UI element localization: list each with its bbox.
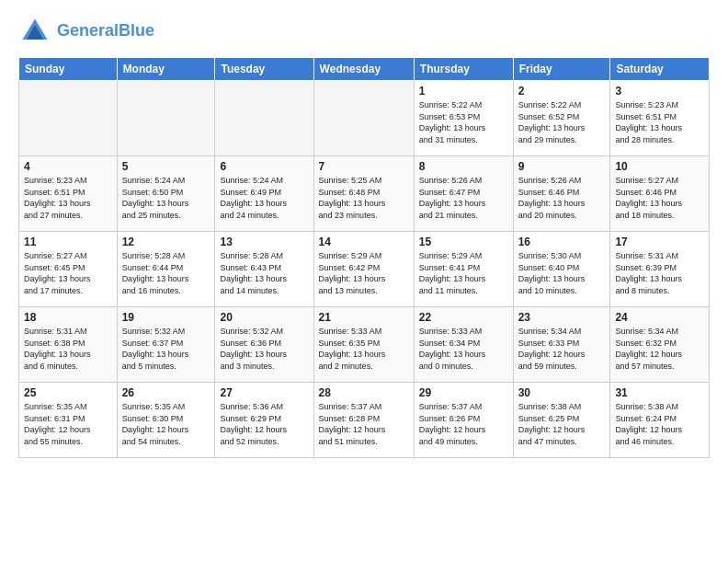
day-number: 19	[122, 311, 210, 324]
calendar-day: 7Sunrise: 5:25 AM Sunset: 6:48 PM Daylig…	[313, 156, 414, 232]
calendar-day	[215, 81, 313, 156]
day-number: 15	[419, 236, 508, 248]
day-info: Sunrise: 5:29 AM Sunset: 6:41 PM Dayligh…	[419, 250, 508, 296]
day-number: 3	[615, 85, 704, 98]
calendar-day: 23Sunrise: 5:34 AM Sunset: 6:33 PM Dayli…	[513, 307, 610, 383]
calendar-day: 22Sunrise: 5:33 AM Sunset: 6:34 PM Dayli…	[414, 307, 513, 383]
day-number: 22	[419, 311, 508, 324]
day-info: Sunrise: 5:22 AM Sunset: 6:53 PM Dayligh…	[419, 99, 508, 145]
calendar-week: 4Sunrise: 5:23 AM Sunset: 6:51 PM Daylig…	[19, 156, 710, 232]
calendar-day: 14Sunrise: 5:29 AM Sunset: 6:42 PM Dayli…	[313, 232, 414, 307]
day-info: Sunrise: 5:27 AM Sunset: 6:45 PM Dayligh…	[24, 250, 112, 296]
calendar-body: 1Sunrise: 5:22 AM Sunset: 6:53 PM Daylig…	[19, 81, 710, 458]
weekday-header: Wednesday	[313, 58, 414, 81]
calendar-week: 18Sunrise: 5:31 AM Sunset: 6:38 PM Dayli…	[19, 307, 710, 383]
day-number: 7	[319, 160, 409, 173]
calendar-week: 1Sunrise: 5:22 AM Sunset: 6:53 PM Daylig…	[19, 81, 710, 156]
calendar-day: 11Sunrise: 5:27 AM Sunset: 6:45 PM Dayli…	[19, 232, 118, 307]
calendar-day: 17Sunrise: 5:31 AM Sunset: 6:39 PM Dayli…	[610, 232, 710, 307]
calendar-day: 3Sunrise: 5:23 AM Sunset: 6:51 PM Daylig…	[610, 81, 710, 156]
day-number: 12	[122, 236, 210, 248]
day-number: 20	[220, 311, 308, 324]
weekday-header: Friday	[513, 58, 610, 81]
logo-line1: General	[57, 21, 119, 40]
calendar-day: 27Sunrise: 5:36 AM Sunset: 6:29 PM Dayli…	[215, 383, 313, 458]
day-number: 9	[518, 160, 606, 173]
day-info: Sunrise: 5:26 AM Sunset: 6:47 PM Dayligh…	[419, 175, 508, 221]
calendar-day: 10Sunrise: 5:27 AM Sunset: 6:46 PM Dayli…	[610, 156, 710, 232]
calendar-day: 13Sunrise: 5:28 AM Sunset: 6:43 PM Dayli…	[215, 232, 313, 307]
page: GeneralBlue SundayMondayTuesdayWednesday…	[0, 0, 728, 563]
weekday-header: Sunday	[19, 58, 118, 81]
day-info: Sunrise: 5:34 AM Sunset: 6:32 PM Dayligh…	[615, 326, 704, 372]
day-number: 21	[319, 311, 409, 324]
day-number: 27	[220, 386, 308, 399]
day-info: Sunrise: 5:25 AM Sunset: 6:48 PM Dayligh…	[319, 175, 409, 221]
calendar-header: SundayMondayTuesdayWednesdayThursdayFrid…	[19, 58, 710, 81]
day-number: 2	[518, 85, 606, 98]
day-number: 24	[615, 311, 704, 324]
calendar-day: 9Sunrise: 5:26 AM Sunset: 6:46 PM Daylig…	[513, 156, 610, 232]
day-number: 11	[24, 236, 112, 248]
calendar-day: 25Sunrise: 5:35 AM Sunset: 6:31 PM Dayli…	[19, 383, 118, 458]
logo-icon	[18, 15, 51, 48]
calendar: SundayMondayTuesdayWednesdayThursdayFrid…	[18, 57, 710, 458]
day-number: 28	[319, 386, 409, 399]
day-info: Sunrise: 5:30 AM Sunset: 6:40 PM Dayligh…	[518, 250, 606, 296]
day-info: Sunrise: 5:33 AM Sunset: 6:35 PM Dayligh…	[319, 326, 409, 372]
day-info: Sunrise: 5:29 AM Sunset: 6:42 PM Dayligh…	[319, 250, 409, 296]
day-info: Sunrise: 5:31 AM Sunset: 6:38 PM Dayligh…	[24, 326, 112, 372]
day-info: Sunrise: 5:33 AM Sunset: 6:34 PM Dayligh…	[419, 326, 508, 372]
day-info: Sunrise: 5:37 AM Sunset: 6:26 PM Dayligh…	[419, 401, 508, 447]
day-number: 10	[615, 160, 704, 173]
calendar-day: 15Sunrise: 5:29 AM Sunset: 6:41 PM Dayli…	[414, 232, 513, 307]
calendar-day: 18Sunrise: 5:31 AM Sunset: 6:38 PM Dayli…	[19, 307, 118, 383]
day-number: 1	[419, 85, 508, 98]
calendar-day: 29Sunrise: 5:37 AM Sunset: 6:26 PM Dayli…	[414, 383, 513, 458]
day-number: 26	[122, 386, 210, 399]
day-number: 16	[518, 236, 606, 248]
day-number: 31	[615, 386, 704, 399]
day-info: Sunrise: 5:24 AM Sunset: 6:50 PM Dayligh…	[122, 175, 210, 221]
day-info: Sunrise: 5:27 AM Sunset: 6:46 PM Dayligh…	[615, 175, 704, 221]
day-info: Sunrise: 5:34 AM Sunset: 6:33 PM Dayligh…	[518, 326, 606, 372]
calendar-day	[313, 81, 414, 156]
day-info: Sunrise: 5:35 AM Sunset: 6:30 PM Dayligh…	[122, 401, 210, 447]
calendar-day: 30Sunrise: 5:38 AM Sunset: 6:25 PM Dayli…	[513, 383, 610, 458]
day-number: 4	[24, 160, 112, 173]
day-info: Sunrise: 5:38 AM Sunset: 6:25 PM Dayligh…	[518, 401, 606, 447]
weekday-header: Thursday	[414, 58, 513, 81]
calendar-day: 26Sunrise: 5:35 AM Sunset: 6:30 PM Dayli…	[117, 383, 215, 458]
day-number: 18	[24, 311, 112, 324]
weekday-header: Monday	[117, 58, 215, 81]
calendar-day: 20Sunrise: 5:32 AM Sunset: 6:36 PM Dayli…	[215, 307, 313, 383]
calendar-day: 16Sunrise: 5:30 AM Sunset: 6:40 PM Dayli…	[513, 232, 610, 307]
calendar-week: 25Sunrise: 5:35 AM Sunset: 6:31 PM Dayli…	[19, 383, 710, 458]
calendar-day: 28Sunrise: 5:37 AM Sunset: 6:28 PM Dayli…	[313, 383, 414, 458]
day-info: Sunrise: 5:22 AM Sunset: 6:52 PM Dayligh…	[518, 99, 606, 145]
day-info: Sunrise: 5:24 AM Sunset: 6:49 PM Dayligh…	[220, 175, 308, 221]
day-info: Sunrise: 5:26 AM Sunset: 6:46 PM Dayligh…	[518, 175, 606, 221]
header: GeneralBlue	[18, 15, 710, 48]
day-number: 8	[419, 160, 508, 173]
logo-accent: Blue	[119, 21, 154, 40]
logo-text: GeneralBlue	[57, 22, 154, 40]
day-info: Sunrise: 5:31 AM Sunset: 6:39 PM Dayligh…	[615, 250, 704, 296]
day-info: Sunrise: 5:28 AM Sunset: 6:43 PM Dayligh…	[220, 250, 308, 296]
calendar-day: 1Sunrise: 5:22 AM Sunset: 6:53 PM Daylig…	[414, 81, 513, 156]
day-number: 25	[24, 386, 112, 399]
day-info: Sunrise: 5:23 AM Sunset: 6:51 PM Dayligh…	[615, 99, 704, 145]
day-info: Sunrise: 5:32 AM Sunset: 6:37 PM Dayligh…	[122, 326, 210, 372]
calendar-day: 12Sunrise: 5:28 AM Sunset: 6:44 PM Dayli…	[117, 232, 215, 307]
day-number: 30	[518, 386, 606, 399]
calendar-day: 21Sunrise: 5:33 AM Sunset: 6:35 PM Dayli…	[313, 307, 414, 383]
calendar-day: 19Sunrise: 5:32 AM Sunset: 6:37 PM Dayli…	[117, 307, 215, 383]
day-info: Sunrise: 5:28 AM Sunset: 6:44 PM Dayligh…	[122, 250, 210, 296]
day-info: Sunrise: 5:38 AM Sunset: 6:24 PM Dayligh…	[615, 401, 704, 447]
day-number: 29	[419, 386, 508, 399]
calendar-day: 5Sunrise: 5:24 AM Sunset: 6:50 PM Daylig…	[117, 156, 215, 232]
calendar-week: 11Sunrise: 5:27 AM Sunset: 6:45 PM Dayli…	[19, 232, 710, 307]
day-info: Sunrise: 5:32 AM Sunset: 6:36 PM Dayligh…	[220, 326, 308, 372]
calendar-day	[19, 81, 118, 156]
day-number: 13	[220, 236, 308, 248]
